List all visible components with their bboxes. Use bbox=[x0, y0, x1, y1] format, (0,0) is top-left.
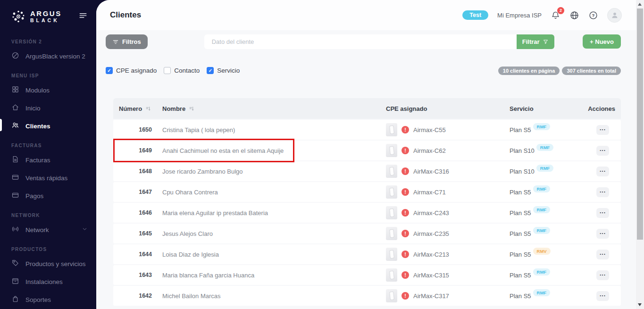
sidebar-item-instalaciones[interactable]: Instalaciones bbox=[0, 273, 96, 291]
row-cpe-cell: ! Airmax-C235 bbox=[375, 227, 498, 240]
row-servicio: Plan S5 bbox=[510, 189, 531, 196]
table-row[interactable]: 1649 Anahi Cachimuel no esta en el sitem… bbox=[113, 141, 621, 160]
sidebar-collapse-icon[interactable] bbox=[78, 11, 88, 22]
row-actions-button[interactable]: ... bbox=[596, 208, 609, 218]
count-pills: 10 clientes en página 307 clientes en to… bbox=[498, 67, 621, 75]
table-row[interactable]: 1645 Jesus Alejos Claro ! Airmax-C235 Pl… bbox=[113, 224, 621, 243]
table-row[interactable]: 1647 Cpu Ohara Contrera ! Airmax-C71 Pla… bbox=[113, 182, 621, 202]
sort-icon[interactable] bbox=[189, 106, 195, 112]
help-icon[interactable]: ? bbox=[588, 10, 598, 20]
vertical-scrollbar[interactable] bbox=[636, 0, 644, 309]
filter-checkbox-servicio[interactable]: Servicio bbox=[207, 67, 240, 74]
scroll-down-arrow[interactable] bbox=[638, 303, 642, 306]
grid-icon bbox=[11, 85, 19, 95]
row-actions-button[interactable]: ... bbox=[596, 125, 609, 135]
table-row[interactable]: 1650 Cristina Tapia ( lola pepen) ! Airm… bbox=[113, 120, 621, 140]
row-cpe-name: AirMax-C316 bbox=[413, 168, 449, 175]
card-icon bbox=[11, 173, 19, 183]
new-client-button[interactable]: + Nuevo bbox=[583, 34, 621, 49]
users-icon bbox=[11, 121, 19, 131]
cpe-alert-icon: ! bbox=[401, 209, 409, 217]
cpe-alert-icon: ! bbox=[401, 147, 409, 154]
table-row[interactable]: 1648 Jose ricardo Zambrano Bulgo ! AirMa… bbox=[113, 161, 621, 181]
row-servicio-cell: Plan S5 RMF bbox=[498, 189, 579, 196]
table-row[interactable]: 1643 Maria blanca Faña garcia Huanca ! A… bbox=[113, 265, 621, 285]
client-search-input[interactable] bbox=[204, 34, 517, 49]
row-cpe-name: AirMax-C315 bbox=[413, 272, 449, 279]
user-avatar[interactable] bbox=[607, 8, 622, 23]
notifications-bell-icon[interactable]: 2 bbox=[551, 10, 560, 20]
checkbox-box[interactable] bbox=[164, 67, 171, 74]
table-row[interactable]: 1644 Loisa Diaz de Iglesia ! AirMax-C213… bbox=[113, 244, 621, 264]
row-servicio: Plan S5 bbox=[510, 251, 531, 258]
row-actions-cell: ... bbox=[579, 291, 621, 301]
cpe-device-thumbnail bbox=[386, 206, 397, 219]
filter-checkbox-cpe-asignado[interactable]: CPE asignado bbox=[106, 67, 157, 74]
row-actions-button[interactable]: ... bbox=[596, 167, 609, 176]
page-count-badge: 10 clientes en página bbox=[498, 67, 560, 75]
sidebar-item-ventas-r-pidas[interactable]: Ventas rápidas bbox=[0, 169, 96, 187]
sidebar-item-productos-y-servicios[interactable]: Productos y servicios bbox=[0, 255, 96, 273]
sidebar-nav: VERSIÓN 2 ArgusBlack version 2 MENU ISP … bbox=[0, 31, 96, 309]
cpe-alert-icon: ! bbox=[401, 251, 409, 258]
row-nombre: Cristina Tapia ( lola pepen) bbox=[156, 126, 375, 134]
row-nombre: Jose ricardo Zambrano Bulgo bbox=[156, 168, 375, 175]
row-actions-button[interactable]: ... bbox=[596, 229, 609, 239]
row-cpe-cell: ! AirMax-C315 bbox=[375, 268, 498, 282]
sidebar-item-network[interactable]: Network bbox=[0, 221, 96, 239]
home-icon bbox=[11, 103, 19, 113]
signal-icon bbox=[11, 225, 19, 234]
row-actions-button[interactable]: ... bbox=[596, 146, 609, 156]
cpe-alert-icon: ! bbox=[401, 230, 409, 237]
row-plan-badge: RMF bbox=[536, 144, 554, 151]
cpe-alert-icon: ! bbox=[401, 188, 409, 196]
cpe-alert-icon: ! bbox=[401, 292, 409, 300]
total-count-badge: 307 clientes en total bbox=[562, 67, 621, 75]
sidebar-item-inicio[interactable]: Inicio bbox=[0, 99, 96, 117]
client-search-group: Filtrar bbox=[204, 34, 554, 49]
scrollbar-thumb[interactable] bbox=[637, 8, 643, 240]
row-servicio-cell: Plan S5 RMF bbox=[498, 126, 579, 134]
column-header-numero[interactable]: Número bbox=[113, 105, 156, 112]
row-nombre: Anahi Cachimuel no esta en el sitema Aqu… bbox=[156, 147, 375, 154]
cpe-alert-icon: ! bbox=[401, 271, 409, 279]
content-area: Filtros Filtrar + Nuevo CPE asignado Con… bbox=[96, 30, 636, 306]
cpe-device-thumbnail bbox=[386, 289, 397, 302]
sidebar-item-modulos[interactable]: Modulos bbox=[0, 81, 96, 99]
sidebar-item-soportes[interactable]: Soportes bbox=[0, 291, 96, 309]
sidebar-item-pagos[interactable]: Pagos bbox=[0, 187, 96, 205]
row-cpe-cell: ! AirMax-C213 bbox=[375, 248, 498, 261]
sidebar-item-argusblack-version-2[interactable]: ArgusBlack version 2 bbox=[0, 47, 96, 65]
cpe-device-thumbnail bbox=[386, 144, 397, 157]
svg-text:?: ? bbox=[592, 13, 595, 18]
language-globe-icon[interactable] bbox=[569, 10, 579, 20]
cpe-device-thumbnail bbox=[386, 227, 397, 240]
sort-icon[interactable] bbox=[145, 106, 151, 112]
row-actions-button[interactable]: ... bbox=[596, 270, 609, 280]
row-actions-cell: ... bbox=[579, 187, 621, 197]
checkbox-box[interactable] bbox=[207, 67, 214, 74]
row-actions-button[interactable]: ... bbox=[596, 250, 609, 259]
env-badge: Test bbox=[462, 10, 488, 20]
row-actions-button[interactable]: ... bbox=[596, 187, 609, 197]
sidebar-item-facturas[interactable]: Facturas bbox=[0, 151, 96, 169]
column-header-cpe: CPE asignado bbox=[375, 105, 498, 112]
row-actions-button[interactable]: ... bbox=[596, 291, 609, 301]
row-servicio-cell: Plan S5 RMF bbox=[498, 272, 579, 279]
row-plan-badge: RMV bbox=[533, 248, 551, 255]
sidebar-section-label: FACTURAS bbox=[0, 135, 96, 151]
row-cpe-name: Airmax-C62 bbox=[413, 147, 446, 154]
sidebar-item-clientes[interactable]: Clientes bbox=[0, 117, 96, 135]
topbar: Clientes Test Mi Empresa ISP 2 ? bbox=[96, 0, 636, 30]
table-row[interactable]: 1642 Michel Bailon Marcas ! AirMax-C317 … bbox=[113, 286, 621, 306]
filtrar-button[interactable]: Filtrar bbox=[517, 34, 554, 49]
filter-checkbox-contacto[interactable]: Contacto bbox=[164, 67, 200, 74]
sidebar: ARGUS BLACK VERSIÓN 2 ArgusBlack version… bbox=[0, 0, 96, 309]
checkbox-box[interactable] bbox=[106, 67, 113, 74]
table-row[interactable]: 1646 Maria elena Aguilar ip prestada Bat… bbox=[113, 203, 621, 223]
scroll-up-arrow[interactable] bbox=[638, 3, 642, 6]
filters-button[interactable]: Filtros bbox=[106, 34, 148, 49]
cpe-device-thumbnail bbox=[386, 165, 397, 178]
column-header-nombre[interactable]: Nombre bbox=[156, 105, 375, 112]
checkbox-label: Servicio bbox=[217, 67, 240, 74]
